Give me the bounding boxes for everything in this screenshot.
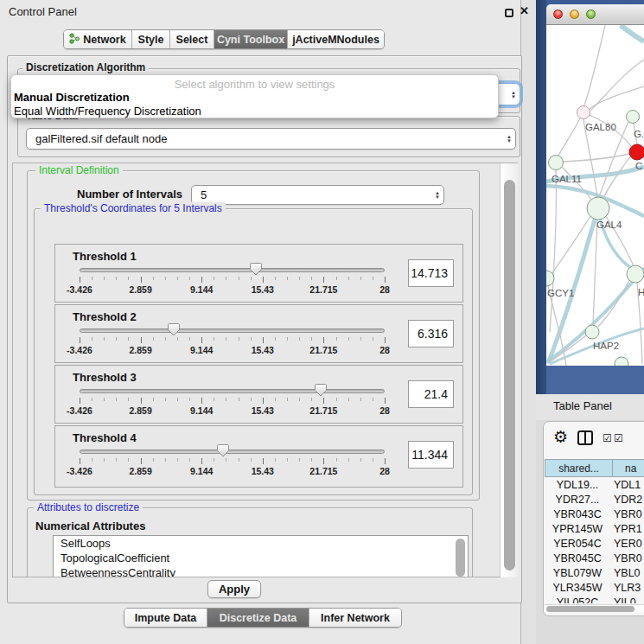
apply-button[interactable]: Apply: [207, 580, 261, 598]
threshold-value-field[interactable]: 6.316: [408, 320, 454, 348]
network-edge: [564, 154, 629, 162]
table-row[interactable]: YDL19...YDL1: [545, 477, 644, 492]
numerical-attributes-list[interactable]: SelfLoopsTopologicalCoefficientBetweenne…: [53, 535, 469, 577]
column-header-shared-name[interactable]: shared...: [545, 459, 613, 477]
gal4-node[interactable]: [587, 197, 609, 220]
minimize-traffic-light-icon[interactable]: [570, 10, 579, 19]
hap2-node[interactable]: [585, 325, 599, 339]
slider-tick: [189, 458, 190, 462]
slider-tick-label: -3.426: [67, 284, 92, 295]
table-row[interactable]: YDR27...YDR2: [545, 492, 644, 507]
slider-tick: [189, 277, 190, 280]
slider-tick-label: -3.426: [67, 466, 92, 476]
slider-tick: [385, 277, 386, 283]
slider-tick-label: 9.144: [190, 345, 213, 355]
column-header-name[interactable]: na: [612, 459, 644, 477]
threshold-value-field[interactable]: 11.344: [408, 441, 454, 469]
slider-tick: [336, 337, 337, 341]
number-of-intervals-combobox[interactable]: 5 ▲▼: [191, 185, 444, 205]
slider-track[interactable]: [80, 389, 385, 393]
table-hscrollbar-thumb[interactable]: [546, 606, 634, 612]
tab-select[interactable]: Select: [170, 30, 214, 48]
slider-tick: [275, 337, 276, 341]
slider-tick-label: 2.859: [129, 284, 151, 295]
slider-tick: [80, 277, 80, 283]
tab-impute-data[interactable]: Impute Data: [124, 609, 207, 627]
list-scrollbar[interactable]: [453, 538, 466, 576]
panel-scrollbar[interactable]: [500, 163, 518, 577]
table-row[interactable]: YLR345WYLR3: [545, 580, 644, 595]
gear-icon[interactable]: ⚙: [553, 427, 568, 447]
list-item[interactable]: SelfLoops: [54, 536, 468, 551]
green-top-node[interactable]: [627, 111, 640, 124]
close-traffic-light-icon[interactable]: [553, 10, 563, 19]
network-canvas[interactable]: GAL80G.CGAL11GAL4GCY1HHAP2: [546, 25, 644, 366]
red-node[interactable]: [629, 144, 644, 160]
checkbox-checked-icon[interactable]: ☑: [603, 432, 612, 444]
slider-tick: [275, 398, 276, 401]
checkbox-checked-icon[interactable]: ☑: [614, 432, 623, 444]
list-item[interactable]: BetweennessCentrality: [54, 565, 468, 577]
close-icon[interactable]: ✕: [520, 4, 529, 17]
slider-tick: [214, 277, 214, 280]
table-row[interactable]: YBL079WYBL0: [545, 565, 644, 580]
list-item[interactable]: TopologicalCoefficient: [54, 551, 468, 565]
tab-style[interactable]: Style: [132, 30, 170, 48]
tab-network[interactable]: Network: [64, 30, 132, 48]
slider-thumb[interactable]: [217, 443, 229, 457]
table-row[interactable]: YPR145WYPR1: [545, 521, 644, 536]
slider-tick: [373, 458, 373, 462]
table-hscrollbar[interactable]: [544, 604, 644, 612]
interval-definition-title: Interval Definition: [35, 164, 123, 176]
table-row[interactable]: YIL052CYIL0: [545, 595, 644, 603]
slider-tick: [311, 337, 312, 341]
attributes-title: Attributes to discretize: [34, 501, 143, 513]
panel-title: Control Panel: [9, 5, 77, 18]
network-edge: [558, 118, 580, 156]
tab-discretize-data[interactable]: Discretize Data: [207, 609, 309, 627]
slider-track[interactable]: [80, 268, 385, 272]
h-node[interactable]: [627, 265, 644, 283]
table-row[interactable]: YBR045CYBR0: [545, 551, 644, 565]
slider-thumb[interactable]: [315, 383, 327, 397]
zoom-traffic-light-icon[interactable]: [586, 10, 596, 19]
table-row[interactable]: YBR043CYBR0: [545, 507, 644, 521]
slider-tick: [348, 398, 349, 401]
slider-track[interactable]: [80, 450, 385, 454]
slider-tick: [141, 458, 142, 464]
slider-tick: [287, 337, 288, 341]
tab-cyni-toolbox[interactable]: Cyni Toolbox: [214, 30, 288, 48]
slider-track[interactable]: [80, 328, 385, 333]
tab-jactivemnodules[interactable]: jActiveMNodules: [288, 30, 384, 48]
list-scrollbar-thumb[interactable]: [456, 539, 465, 577]
slider-tick: [226, 337, 226, 341]
split-columns-icon[interactable]: [577, 430, 593, 445]
gal11-node[interactable]: [549, 156, 564, 170]
popup-option-manual[interactable]: Manual Discretization: [14, 91, 130, 104]
name-cell: YLR3: [610, 582, 644, 594]
slider-tick-label: -3.426: [67, 345, 92, 355]
slider-tick: [360, 337, 361, 341]
settings-scroll-area: Interval Definition Number of Intervals …: [12, 163, 518, 577]
table-data-combobox[interactable]: galFiltered.sif default node ▲▼: [26, 128, 516, 150]
threshold-value-field[interactable]: 14.713: [408, 259, 454, 287]
name-cell: YBR0: [610, 508, 644, 520]
float-window-icon[interactable]: [505, 9, 513, 17]
combo-stepper-icon[interactable]: ▲▼: [503, 135, 515, 143]
slider-tick: [336, 398, 337, 401]
popup-option-equal-width[interactable]: Equal Width/Frequency Discretization: [14, 105, 201, 118]
table-row[interactable]: YER054CYER0: [545, 536, 644, 551]
slider-tick: [165, 458, 166, 462]
bottom-node[interactable]: [615, 357, 628, 366]
panel-scrollbar-thumb[interactable]: [504, 180, 515, 571]
slider-thumb[interactable]: [250, 262, 262, 276]
slider-thumb[interactable]: [168, 322, 180, 336]
slider-tick: [92, 398, 92, 401]
tab-infer-network[interactable]: Infer Network: [309, 609, 401, 627]
combo-stepper-icon[interactable]: ▲▼: [507, 91, 520, 99]
combo-stepper-icon[interactable]: ▲▼: [431, 191, 443, 199]
slider-tick: [263, 458, 264, 464]
pink-node[interactable]: [577, 106, 590, 119]
threshold-value-field[interactable]: 21.4: [408, 380, 454, 408]
slider-tick: [92, 337, 92, 341]
